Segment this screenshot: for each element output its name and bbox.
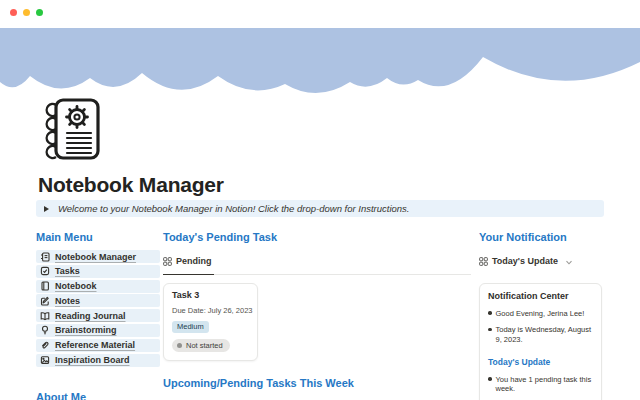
sidebar-item-label: Tasks [55, 266, 80, 276]
greeting-item: Today is Wednesday, August 9, 2023. [488, 325, 593, 344]
notification-heading: Your Notification [479, 231, 604, 243]
sidebar-item-notes[interactable]: Notes [36, 294, 160, 307]
tab-pending[interactable]: Pending [163, 252, 214, 275]
spiral-notebook-icon [40, 252, 50, 262]
tab-label: Pending [176, 256, 212, 266]
bullet-icon [488, 328, 492, 332]
toggle-triangle-icon[interactable] [44, 206, 49, 212]
main-menu-heading: Main Menu [36, 231, 160, 243]
update-tabbar: Today's Update [479, 252, 604, 274]
chevron-down-icon [565, 252, 573, 270]
about-me-heading: About Me [36, 391, 86, 400]
task-card[interactable]: Task 3 Due Date: July 26, 2023 Medium No… [163, 283, 258, 361]
window-titlebar [0, 0, 640, 28]
upcoming-heading: Upcoming/Pending Tasks This Week [163, 377, 471, 389]
notification-section: Your Notification Today's Update Notific… [479, 231, 604, 400]
page-title: Notebook Manager [38, 173, 224, 197]
sidebar-item-brainstorming[interactable]: Brainstorming [36, 324, 160, 337]
update-item: You have 1 pending task this week. [488, 375, 593, 394]
sidebar-item-notebook[interactable]: Notebook [36, 280, 160, 293]
minimize-window-button[interactable] [23, 9, 30, 16]
sidebar-item-notebook-manager[interactable]: Notebook Manager [36, 250, 160, 263]
priority-badge: Medium [172, 321, 209, 333]
tab-todays-update[interactable]: Today's Update [479, 252, 575, 274]
sidebar-item-label: Notes [55, 296, 80, 306]
open-book-icon [40, 311, 50, 321]
sidebar-item-label: Notebook [55, 281, 97, 291]
status-badge: Not started [172, 339, 230, 352]
notebook-page-icon[interactable] [40, 97, 104, 167]
sidebar-item-reference-material[interactable]: Reference Material [36, 339, 160, 352]
paperclip-icon [40, 340, 50, 350]
main-menu-section: Main Menu Notebook Manager Tasks Noteboo… [36, 231, 160, 368]
gallery-view-icon [163, 252, 172, 270]
status-label: Not started [186, 341, 223, 350]
today-pending-heading: Today's Pending Task [163, 231, 471, 243]
status-dot-icon [177, 343, 182, 348]
sidebar-item-label: Notebook Manager [55, 252, 136, 262]
pencil-note-icon [40, 296, 50, 306]
main-menu-list: Notebook Manager Tasks Notebook Notes [36, 250, 160, 367]
notion-window: Notebook Manager Welcome to your Noteboo… [0, 0, 640, 400]
todays-update-subheading: Today's Update [488, 357, 593, 367]
lightbulb-icon [40, 325, 50, 335]
cloud-wave-graphic [0, 28, 640, 108]
task-title: Task 3 [172, 290, 249, 300]
notification-card[interactable]: Notification Center Good Evening, Jerina… [479, 283, 602, 400]
bullet-icon [488, 377, 492, 381]
gear-icon [67, 107, 88, 128]
cover-image [0, 28, 640, 108]
callout-text: Welcome to your Notebook Manager in Noti… [58, 203, 410, 214]
close-window-button[interactable] [10, 9, 17, 16]
sidebar-item-label: Reading Journal [55, 311, 126, 321]
today-pending-section: Today's Pending Task Pending Task 3 Due … [163, 231, 471, 400]
sidebar-item-label: Brainstorming [55, 325, 117, 335]
bullet-icon [488, 311, 492, 315]
sidebar-item-tasks[interactable]: Tasks [36, 265, 160, 278]
pending-tabbar: Pending [163, 252, 471, 275]
task-checkbox-icon [40, 266, 50, 276]
greeting-item: Good Evening, Jerina Lee! [488, 309, 593, 318]
sidebar-item-label: Inspiration Board [55, 355, 130, 365]
sidebar-item-reading-journal[interactable]: Reading Journal [36, 309, 160, 322]
zoom-window-button[interactable] [36, 9, 43, 16]
sidebar-item-inspiration-board[interactable]: Inspiration Board [36, 354, 160, 367]
gallery-view-icon [479, 252, 488, 270]
picture-frame-icon [40, 355, 50, 365]
welcome-callout: Welcome to your Notebook Manager in Noti… [36, 200, 604, 217]
tab-label: Today's Update [492, 256, 558, 266]
sidebar-item-label: Reference Material [55, 340, 135, 350]
notification-card-title: Notification Center [488, 291, 593, 301]
task-due-date: Due Date: July 26, 2023 [172, 306, 249, 315]
closed-book-icon [40, 281, 50, 291]
